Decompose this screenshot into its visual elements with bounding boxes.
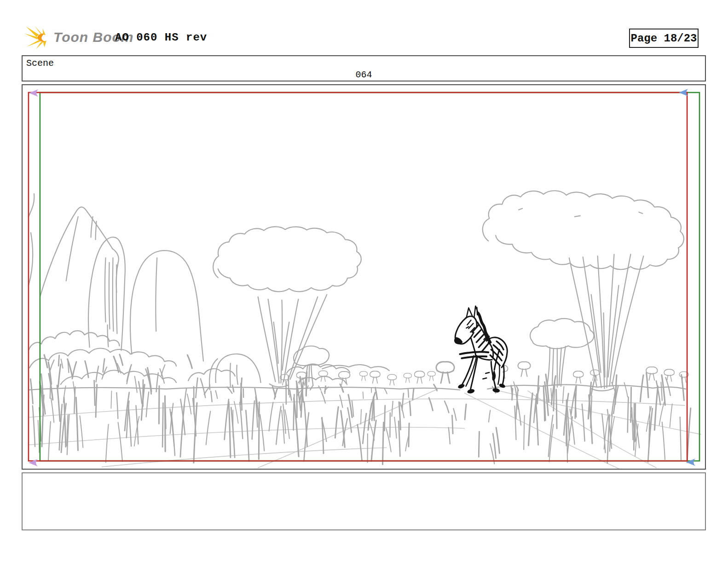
- scene-number: 064: [23, 70, 705, 80]
- acacia-tree-right: [483, 191, 684, 391]
- toonboom-logo-icon: [24, 24, 51, 50]
- scene-panel: Scene 064: [22, 55, 706, 81]
- rocks-sketch: [29, 194, 261, 389]
- pan-arrow-bottom-left-icon: [29, 459, 38, 466]
- zebra-figure: [454, 306, 508, 394]
- scene-label: Scene: [26, 58, 54, 69]
- caption-box: [22, 472, 706, 530]
- acacia-tree-mid: [213, 227, 361, 387]
- sketch-layer: [29, 191, 691, 465]
- storyboard-frame-panel: [22, 84, 706, 470]
- bushes-sketch: [29, 331, 389, 384]
- page-number-label: Page 18/23: [630, 32, 697, 45]
- project-title: AO 060 HS rev: [115, 31, 207, 44]
- storyboard-page: Toon Boom AO 060 HS rev Page 18/23 Scene…: [0, 0, 728, 564]
- storyboard-sketch: [23, 85, 705, 469]
- camera-start-frame: [40, 93, 699, 461]
- page-number-box: Page 18/23: [629, 29, 699, 48]
- horizon-line: [29, 384, 686, 390]
